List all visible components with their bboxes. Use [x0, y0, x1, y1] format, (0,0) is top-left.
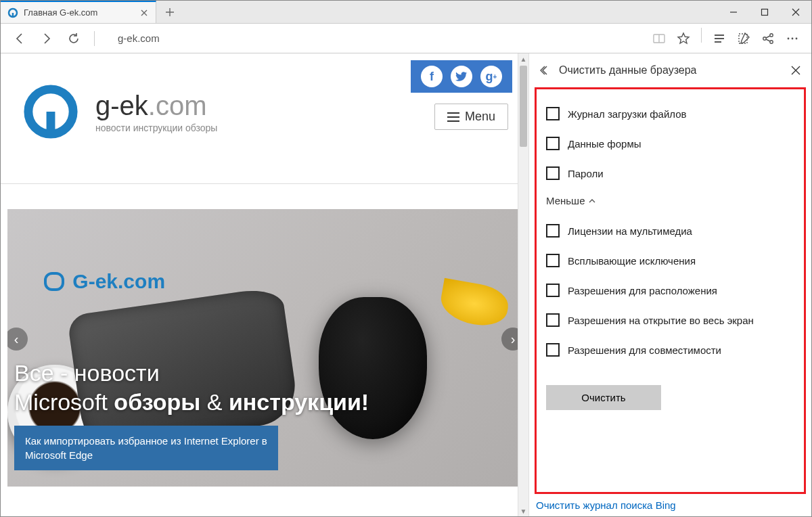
twitter-icon[interactable]: [451, 66, 472, 87]
hero-brand-text: G-ek.com: [72, 270, 165, 292]
tab-title: Главная G-ek.com: [24, 7, 134, 18]
scroll-up-icon[interactable]: ▲: [518, 53, 528, 64]
site-tagline: новости инструкции обзоры: [95, 122, 217, 133]
hero-sub-line2: Microsoft Edge: [25, 448, 267, 462]
panel-body: Журнал загрузки файлов Данные формы Паро…: [535, 87, 806, 494]
close-window-button[interactable]: [780, 1, 811, 23]
checkbox-label: Разрешения на открытие во весь экран: [568, 315, 754, 326]
checkbox-form-data[interactable]: Данные формы: [546, 129, 794, 158]
checkbox-label: Журнал загрузки файлов: [568, 108, 687, 120]
hero-carousel: G-ek.com ‹ › Все - новости Microsoft обз…: [7, 209, 522, 487]
svg-point-8: [792, 37, 794, 39]
hub-icon[interactable]: [708, 28, 730, 49]
checkbox-label: Лицензии на мультимедиа: [568, 225, 692, 237]
hero-sub-line1: Как импортировать избранное из Internet …: [25, 434, 267, 448]
scroll-thumb[interactable]: [520, 66, 527, 147]
hero-line2: Microsoft обзоры & инструкции!: [14, 388, 369, 417]
favorite-icon[interactable]: [673, 28, 694, 49]
site-header: g-ek.com новости инструкции обзоры: [20, 81, 217, 143]
hero-subbox[interactable]: Как импортировать избранное из Internet …: [14, 426, 278, 470]
svg-rect-1: [762, 9, 768, 15]
page-scrollbar[interactable]: ▲ ▼: [518, 53, 528, 516]
chevron-up-icon: [589, 198, 595, 204]
checkbox-icon: [546, 166, 560, 180]
googleplus-icon[interactable]: g+: [480, 66, 502, 87]
checkbox-icon: [546, 254, 560, 267]
browser-tab[interactable]: Главная G-ek.com: [1, 1, 156, 23]
svg-point-4: [763, 37, 766, 39]
browser-toolbar: g-ek.com: [1, 24, 811, 53]
clear-bing-history-link[interactable]: Очистить журнал поиска Bing: [529, 494, 811, 516]
panel-back-icon[interactable]: [540, 65, 551, 76]
show-less-label: Меньше: [546, 195, 585, 206]
forward-button[interactable]: [36, 28, 58, 49]
checkbox-compat-permissions[interactable]: Разрешения для совместимости: [546, 335, 794, 365]
page-viewport: f g+ g-ek.com новости инструкции обзоры …: [1, 53, 528, 516]
checkbox-passwords[interactable]: Пароли: [546, 158, 794, 188]
checkbox-icon: [546, 343, 560, 357]
site-title: g-ek.com: [95, 91, 217, 121]
svg-point-6: [770, 40, 773, 43]
svg-point-5: [770, 33, 773, 36]
carousel-prev-button[interactable]: ‹: [7, 328, 28, 351]
checkbox-fullscreen-permissions[interactable]: Разрешения на открытие во весь экран: [546, 305, 794, 335]
svg-point-9: [796, 37, 798, 39]
content-area: f g+ g-ek.com новости инструкции обзоры …: [1, 53, 811, 516]
menu-label: Menu: [465, 110, 495, 124]
hero-line1: Все - новости: [14, 359, 369, 388]
checkbox-download-history[interactable]: Журнал загрузки файлов: [546, 99, 794, 129]
window-controls: [718, 1, 811, 23]
clear-data-panel: Очистить данные браузера Журнал загрузки…: [528, 53, 811, 516]
checkbox-icon: [546, 107, 560, 120]
separator: [701, 28, 702, 43]
checkbox-location-permissions[interactable]: Разрешения для расположения: [546, 275, 794, 305]
checkbox-icon: [546, 284, 560, 297]
share-icon[interactable]: [757, 28, 779, 49]
tab-favicon: [7, 7, 18, 18]
reading-view-icon[interactable]: [648, 28, 670, 49]
panel-header: Очистить данные браузера: [529, 53, 811, 87]
svg-rect-11: [45, 273, 63, 290]
site-title-domain: .com: [148, 91, 207, 120]
separator: [94, 31, 95, 46]
checkbox-popup-exceptions[interactable]: Всплывающие исключения: [546, 246, 794, 275]
clear-button[interactable]: Очистить: [546, 385, 661, 410]
maximize-button[interactable]: [749, 1, 780, 23]
web-note-icon[interactable]: [733, 28, 754, 49]
refresh-button[interactable]: [63, 28, 85, 49]
address-bar[interactable]: g-ek.com: [111, 29, 636, 48]
more-icon[interactable]: [782, 28, 803, 49]
checkbox-label: Пароли: [568, 168, 604, 179]
show-less-toggle[interactable]: Меньше: [546, 188, 794, 216]
checkbox-icon: [546, 313, 560, 327]
facebook-icon[interactable]: f: [421, 66, 443, 87]
site-logo[interactable]: [20, 81, 82, 143]
panel-title: Очистить данные браузера: [559, 64, 783, 76]
minimize-button[interactable]: [718, 1, 749, 23]
checkbox-media-licenses[interactable]: Лицензии на мультимедиа: [546, 216, 794, 246]
panel-close-icon[interactable]: [791, 66, 800, 75]
url-text: g-ek.com: [118, 32, 160, 44]
svg-point-7: [788, 37, 790, 39]
site-title-main: g-ek: [95, 91, 148, 120]
hero-decor-banana: [438, 278, 512, 330]
hero-headline: Все - новости Microsoft обзоры & инструк…: [14, 359, 369, 416]
scroll-down-icon[interactable]: ▼: [518, 505, 528, 516]
checkbox-label: Разрешения для совместимости: [568, 344, 721, 356]
checkbox-icon: [546, 224, 560, 238]
checkbox-icon: [546, 137, 560, 150]
menu-button[interactable]: Menu: [434, 104, 508, 130]
checkbox-label: Разрешения для расположения: [568, 285, 717, 296]
checkbox-label: Данные формы: [568, 138, 641, 150]
window-titlebar: Главная G-ek.com: [1, 1, 811, 24]
tab-close-icon[interactable]: [139, 8, 149, 18]
header-divider: [1, 183, 528, 184]
back-button[interactable]: [9, 28, 30, 49]
hero-brand: G-ek.com: [44, 270, 165, 293]
social-bar: f g+: [411, 60, 512, 93]
checkbox-label: Всплывающие исключения: [568, 255, 696, 267]
hamburger-icon: [447, 112, 459, 122]
new-tab-button[interactable]: [156, 1, 183, 23]
